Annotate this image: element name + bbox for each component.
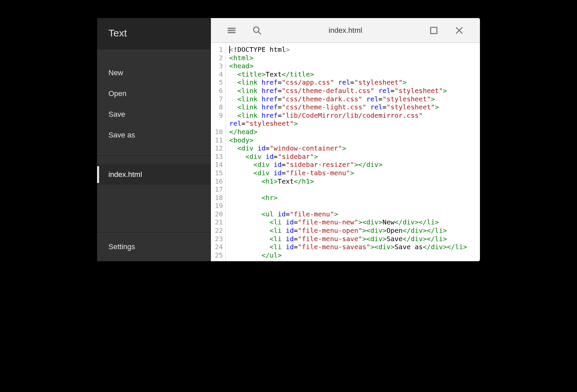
- menu-save-as[interactable]: Save as: [97, 125, 211, 145]
- code-area[interactable]: 1234567891011121314151617181920212223242…: [211, 43, 480, 261]
- app-title: Text: [97, 18, 211, 49]
- menu-new[interactable]: New: [97, 63, 211, 83]
- code-content[interactable]: <!DOCTYPE html> <html> <head> <title>Tex…: [226, 43, 480, 261]
- menu-save[interactable]: Save: [97, 104, 211, 125]
- svg-point-3: [254, 27, 259, 32]
- menu-settings[interactable]: Settings: [97, 236, 211, 257]
- svg-rect-1: [228, 30, 235, 31]
- close-icon[interactable]: [455, 26, 464, 35]
- open-files: index.html: [97, 156, 211, 232]
- svg-line-4: [258, 31, 261, 34]
- svg-rect-2: [228, 32, 235, 33]
- sidebar: Text New Open Save Save as index.html Se…: [97, 18, 211, 261]
- app-window: Text New Open Save Save as index.html Se…: [97, 18, 480, 261]
- svg-rect-5: [431, 27, 437, 33]
- menu-icon[interactable]: [227, 26, 236, 35]
- line-gutter: 1234567891011121314151617181920212223242…: [211, 43, 226, 261]
- filename-label: index.html: [262, 26, 429, 35]
- editor-toolbar: index.html: [211, 18, 480, 43]
- sidebar-footer: Settings: [97, 232, 211, 261]
- menu-open[interactable]: Open: [97, 83, 211, 104]
- editor-pane: index.html 12345678910111213141516171819…: [211, 18, 480, 261]
- file-menu: New Open Save Save as: [97, 49, 211, 156]
- svg-rect-0: [228, 27, 235, 29]
- maximize-icon[interactable]: [429, 26, 438, 35]
- search-icon[interactable]: [252, 26, 262, 35]
- file-tab-index[interactable]: index.html: [97, 164, 211, 185]
